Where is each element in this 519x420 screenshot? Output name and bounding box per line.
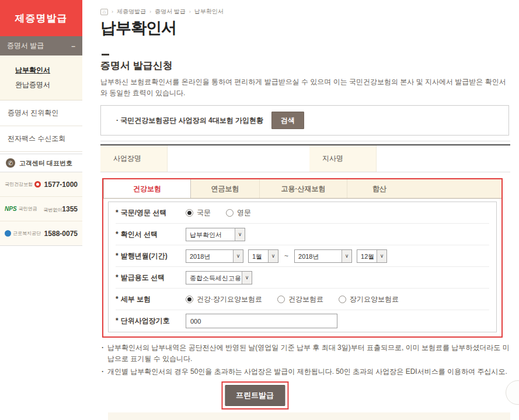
customer-center-row-nhis: 국민건강보험 1577-1000 bbox=[0, 172, 82, 197]
required-mark: * bbox=[116, 295, 119, 303]
sidebar-group-certificate-issue[interactable]: 증명서 발급 – bbox=[0, 36, 82, 55]
to-month-value: 12월 bbox=[357, 250, 377, 262]
radio-english-dot[interactable] bbox=[226, 209, 234, 217]
breadcrumb-item-3[interactable]: 납부확인서 bbox=[194, 8, 224, 16]
unit-workplace-code-input[interactable] bbox=[186, 314, 337, 328]
breadcrumb-item-2[interactable]: 증명서 발급 bbox=[155, 8, 186, 16]
radio-health-longterm-dot[interactable] bbox=[186, 296, 193, 303]
chevron-down-icon[interactable]: ∨ bbox=[233, 250, 243, 262]
required-mark: * bbox=[116, 273, 119, 282]
certificate-type-value: 납부확인서 bbox=[186, 228, 235, 241]
sidebar-item-certificate-verification[interactable]: 증명서 진위확인 bbox=[0, 100, 82, 126]
notice-item: · 개인별 납부확인서의 경우 50인을 초과하는 사업장은 발급이 제한됩니다… bbox=[102, 366, 514, 377]
phone-icon: ✆ bbox=[6, 158, 15, 168]
required-mark: * bbox=[116, 317, 119, 325]
tab-employment-industrial-insurance[interactable]: 고용·산재보험 bbox=[260, 179, 347, 198]
breadcrumb-item-1[interactable]: 제증명발급 bbox=[117, 8, 146, 16]
form-row-issue-period: *발행년월(기간) 2018년 ∨ 1월 ∨ ~ 2018년 ∨ bbox=[116, 245, 489, 267]
nps-logo: NPS bbox=[5, 206, 17, 211]
nhis-logo: 국민건강보험 bbox=[5, 182, 33, 187]
branch-name-value bbox=[377, 145, 510, 172]
print-issue-button[interactable]: 프린트발급 bbox=[225, 385, 285, 406]
sidebar-item-efax-inquiry[interactable]: 전자팩스 수신조회 bbox=[0, 126, 82, 152]
section-dash bbox=[102, 54, 109, 55]
customer-center-box: ✆ 고객센터 대표번호 국민건강보험 1577-1000 NPS 국민연금 국번… bbox=[0, 154, 82, 246]
radio-longterm-only[interactable]: 장기요양보험료 bbox=[339, 294, 399, 304]
required-mark: * bbox=[116, 209, 119, 217]
sidebar-title: 제증명발급 bbox=[0, 0, 82, 36]
divider bbox=[100, 141, 510, 141]
notice-item: · 납부확인서의 납부내역은 공단전산에 반영된 날(영업일 기준 납부 후 최… bbox=[102, 342, 514, 365]
chevron-down-icon[interactable]: ∨ bbox=[268, 250, 278, 262]
section-title: 증명서 발급신청 bbox=[100, 59, 173, 72]
customer-center-row-comwel: 근로복지공단 1588-0075 bbox=[0, 221, 82, 246]
customer-center-title: 고객센터 대표번호 bbox=[19, 159, 72, 168]
notice-text-2: 개인별 납부확인서의 경우 50인을 초과하는 사업장은 발급이 제한됩니다. … bbox=[107, 367, 507, 376]
workplace-table: 사업장명 지사명 bbox=[100, 144, 510, 172]
nhis-logo-icon bbox=[34, 181, 41, 188]
radio-health-only-dot[interactable] bbox=[277, 296, 285, 303]
home-icon[interactable]: ⌂ bbox=[100, 9, 108, 15]
sidebar-item-payment-confirmation[interactable]: 납부확인서 bbox=[15, 63, 82, 78]
scroll-top-button[interactable] bbox=[506, 380, 519, 405]
from-year-select[interactable]: 2018년 ∨ bbox=[186, 249, 243, 263]
insurance-tabs: 건강보험 연금보험 고용·산재보험 합산 bbox=[103, 179, 501, 199]
form-row-certificate-type: *확인서 선택 납부확인서 ∨ bbox=[116, 224, 489, 245]
breadcrumb-separator: › bbox=[112, 9, 113, 15]
chevron-down-icon[interactable]: ∨ bbox=[235, 228, 245, 241]
nps-phone-prefix: 국번없이 bbox=[43, 207, 62, 213]
search-label: · 국민건강보험공단 사업장의 4대보험 가입현황 bbox=[116, 116, 263, 126]
sidebar-item-full-payment-certificate[interactable]: 완납증명서 bbox=[15, 78, 82, 92]
radio-health-longterm[interactable]: 건강·장기요양보험료 bbox=[186, 294, 262, 304]
comwel-logo-icon bbox=[5, 230, 11, 237]
tab-combined[interactable]: 합산 bbox=[347, 179, 412, 198]
from-year-value: 2018년 bbox=[186, 250, 233, 262]
page-title: 납부확인서 bbox=[100, 18, 176, 39]
search-button[interactable]: 검색 bbox=[271, 112, 304, 129]
form-highlight-annotation: 건강보험 연금보험 고용·산재보험 합산 *국문/영문 선택 국문 영문 bbox=[102, 178, 503, 338]
required-mark: * bbox=[116, 252, 119, 260]
tabstrip-filler bbox=[412, 179, 501, 198]
sidebar: 제증명발급 증명서 발급 – 납부확인서 완납증명서 증명서 진위확인 전자팩스… bbox=[0, 0, 82, 152]
radio-korean[interactable]: 국문 bbox=[186, 208, 211, 218]
comwel-logo: 근로복지공단 bbox=[13, 231, 41, 236]
chevron-down-icon[interactable]: ∨ bbox=[377, 250, 386, 262]
purpose-value: 종합소득세신고용 bbox=[186, 272, 242, 284]
breadcrumb-separator: › bbox=[149, 9, 151, 15]
sidebar-group-label: 증명서 발급 bbox=[7, 41, 44, 51]
form-row-purpose: *발급용도 선택 종합소득세신고용 ∨ bbox=[116, 267, 489, 289]
comwel-phone-number: 1588-0075 bbox=[44, 230, 78, 238]
radio-korean-dot[interactable] bbox=[186, 209, 193, 217]
to-year-select[interactable]: 2018년 ∨ bbox=[294, 249, 352, 263]
period-separator: ~ bbox=[284, 252, 288, 260]
workplace-name-value bbox=[168, 145, 309, 172]
radio-english[interactable]: 영문 bbox=[226, 208, 251, 218]
radio-korean-label: 국문 bbox=[197, 208, 211, 218]
radio-health-longterm-label: 건강·장기요양보험료 bbox=[197, 294, 262, 304]
certificate-type-select[interactable]: 납부확인서 ∨ bbox=[186, 228, 245, 241]
branch-name-header: 지사명 bbox=[309, 145, 377, 172]
customer-center-row-nps: NPS 국민연금 국번없이1355 bbox=[0, 197, 82, 221]
to-year-value: 2018년 bbox=[295, 250, 342, 262]
nps-phone-number: 1355 bbox=[62, 205, 78, 213]
unit-workplace-code-label: 단위사업장기호 bbox=[121, 317, 170, 325]
radio-english-label: 영문 bbox=[237, 208, 251, 218]
tab-pension-insurance[interactable]: 연금보험 bbox=[191, 179, 260, 198]
collapse-minus-icon[interactable]: – bbox=[71, 42, 75, 50]
radio-longterm-only-label: 장기요양보험료 bbox=[350, 294, 399, 304]
breadcrumb-separator: › bbox=[189, 9, 191, 15]
language-select-label: 국문/영문 선택 bbox=[121, 209, 167, 217]
from-month-select[interactable]: 1월 ∨ bbox=[248, 249, 278, 263]
footer-strip bbox=[108, 412, 510, 420]
certificate-select-label: 확인서 선택 bbox=[121, 230, 158, 238]
breadcrumb: ⌂ › 제증명발급 › 증명서 발급 › 납부확인서 bbox=[100, 8, 224, 16]
radio-longterm-only-dot[interactable] bbox=[339, 296, 346, 303]
chevron-down-icon[interactable]: ∨ bbox=[242, 272, 252, 284]
customer-center-header: ✆ 고객센터 대표번호 bbox=[0, 154, 82, 172]
purpose-select[interactable]: 종합소득세신고용 ∨ bbox=[186, 271, 252, 284]
tab-health-insurance[interactable]: 건강보험 bbox=[103, 179, 191, 198]
radio-health-only[interactable]: 건강보험료 bbox=[277, 294, 323, 304]
insurance-status-search-box: · 국민건강보험공단 사업장의 4대보험 가입현황 검색 bbox=[100, 105, 509, 136]
to-month-select[interactable]: 12월 ∨ bbox=[357, 249, 387, 263]
chevron-down-icon[interactable]: ∨ bbox=[342, 250, 351, 262]
